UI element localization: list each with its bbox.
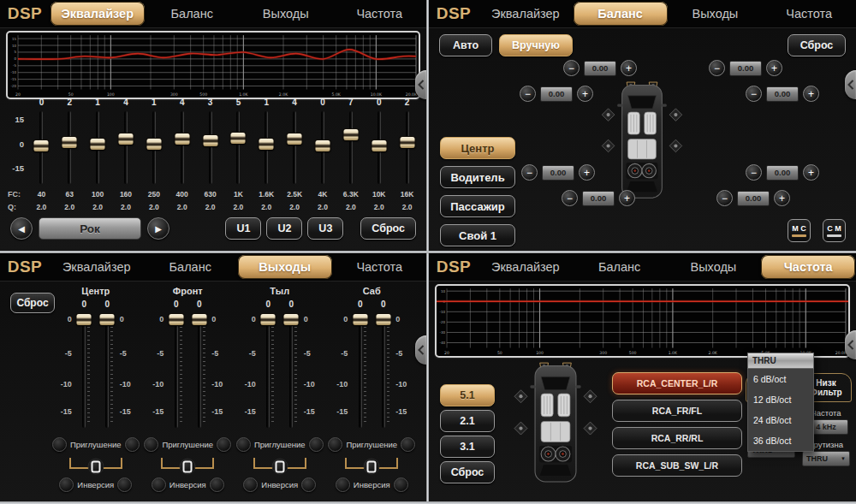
decrease-button[interactable]: −: [716, 190, 733, 206]
eq-memory-button[interactable]: U3: [307, 217, 343, 240]
crossover-reset-button[interactable]: Сброс: [440, 461, 495, 483]
channel-button[interactable]: 2.1: [440, 410, 495, 432]
decrease-button[interactable]: −: [521, 164, 538, 181]
slider-knob[interactable]: [203, 135, 217, 146]
mute-knob-right[interactable]: [309, 437, 324, 452]
tab-frequency[interactable]: Частота: [333, 0, 427, 27]
invert-knob-left[interactable]: [336, 477, 350, 492]
rca-channel-button[interactable]: RCA_RR/RL: [612, 427, 742, 449]
slider-knob[interactable]: [261, 314, 276, 325]
output-slider[interactable]: 0: [257, 299, 280, 430]
slope-option[interactable]: 6 dB/oct: [748, 369, 813, 389]
eq-band-slider[interactable]: [56, 109, 84, 187]
output-slider[interactable]: 0: [96, 299, 119, 430]
eq-band-slider[interactable]: [112, 109, 140, 187]
tab-equalizer[interactable]: Эквалайзер: [479, 0, 573, 27]
tab-frequency[interactable]: Частота: [762, 0, 856, 27]
tab-equalizer[interactable]: Эквалайзер: [479, 253, 573, 281]
eq-band-slider[interactable]: [393, 109, 421, 187]
slider-knob[interactable]: [62, 137, 77, 148]
slider-knob[interactable]: [315, 140, 330, 151]
increase-button[interactable]: +: [803, 164, 819, 181]
slider-knob[interactable]: [146, 139, 161, 150]
mute-knob-right[interactable]: [125, 437, 140, 452]
slider-knob[interactable]: [400, 137, 414, 148]
back-handle[interactable]: [845, 70, 856, 99]
link-channels-button[interactable]: [180, 459, 196, 475]
invert-knob-right[interactable]: [394, 477, 408, 492]
tab-frequency[interactable]: Частота: [761, 255, 855, 279]
slider-knob[interactable]: [77, 314, 92, 325]
slider-knob[interactable]: [353, 314, 367, 325]
back-handle[interactable]: [415, 335, 426, 365]
eq-band-slider[interactable]: [84, 109, 112, 187]
eq-band-slider[interactable]: [196, 109, 224, 187]
link-channels-button[interactable]: [364, 459, 380, 475]
link-channels-button[interactable]: [271, 459, 288, 475]
tab-outputs[interactable]: Выходы: [669, 0, 763, 27]
preset-prev-button[interactable]: ◀: [10, 217, 33, 240]
balance-reset-button[interactable]: Сброс: [788, 34, 846, 56]
tab-balance[interactable]: Баланс: [144, 253, 238, 281]
slider-knob[interactable]: [372, 140, 386, 151]
tab-equalizer[interactable]: Эквалайзер: [51, 2, 145, 26]
invert-knob-right[interactable]: [117, 477, 132, 492]
mute-knob-left[interactable]: [144, 437, 158, 452]
invert-knob-right[interactable]: [301, 477, 316, 492]
back-handle[interactable]: [845, 330, 856, 359]
eq-band-slider[interactable]: [140, 109, 168, 187]
slope-option[interactable]: 24 dB/oct: [748, 410, 813, 430]
eq-band-slider[interactable]: [168, 109, 196, 187]
tab-outputs[interactable]: Выходы: [667, 253, 761, 281]
eq-memory-button[interactable]: U2: [266, 217, 302, 240]
output-slider[interactable]: 0: [348, 299, 372, 430]
eq-reset-button[interactable]: Сброс: [360, 217, 416, 240]
mute-knob-left[interactable]: [328, 437, 342, 452]
slider-knob[interactable]: [175, 133, 189, 145]
auto-button[interactable]: Авто: [439, 34, 492, 56]
increase-button[interactable]: +: [621, 60, 637, 76]
decrease-button[interactable]: −: [709, 60, 725, 76]
slope-option[interactable]: 12 dB/oct: [748, 389, 813, 410]
slider-knob[interactable]: [288, 133, 302, 145]
rca-channel-button[interactable]: RCA_CENTER_L/R: [612, 372, 742, 394]
slider-knob[interactable]: [192, 314, 206, 325]
output-slider[interactable]: 0: [187, 299, 211, 430]
link-channels-button[interactable]: [87, 459, 104, 475]
invert-knob-right[interactable]: [210, 477, 224, 492]
tab-balance[interactable]: Баланс: [574, 2, 668, 26]
preset-next-button[interactable]: ▶: [147, 217, 169, 240]
slope-option[interactable]: 36 dB/oct: [748, 430, 813, 451]
tab-balance[interactable]: Баланс: [573, 253, 667, 281]
decrease-button[interactable]: −: [520, 86, 536, 102]
eq-memory-button[interactable]: U1: [225, 217, 261, 240]
tab-balance[interactable]: Баланс: [146, 0, 240, 27]
slider-knob[interactable]: [100, 314, 115, 325]
balance-preset-button[interactable]: Свой 1: [440, 224, 515, 246]
increase-button[interactable]: +: [619, 190, 635, 206]
tab-frequency[interactable]: Частота: [333, 253, 427, 281]
eq-band-slider[interactable]: [365, 109, 393, 187]
eq-band-slider[interactable]: [253, 109, 281, 187]
slider-knob[interactable]: [343, 129, 358, 140]
eq-band-slider[interactable]: [224, 109, 253, 187]
manual-button[interactable]: Вручную: [499, 34, 573, 56]
increase-button[interactable]: +: [579, 164, 595, 181]
slider-knob[interactable]: [91, 139, 105, 150]
decrease-button[interactable]: −: [746, 86, 762, 102]
decrease-button[interactable]: −: [563, 60, 580, 76]
back-handle[interactable]: [415, 70, 426, 99]
mute-knob-left[interactable]: [236, 437, 251, 452]
eq-band-slider[interactable]: [281, 109, 309, 187]
channel-button[interactable]: 3.1: [440, 436, 495, 458]
outputs-reset-button[interactable]: Сброс: [10, 293, 55, 313]
preset-display[interactable]: Рок: [39, 217, 141, 240]
mute-knob-right[interactable]: [217, 437, 231, 452]
eq-band-slider[interactable]: [27, 109, 56, 187]
unit-toggle-button[interactable]: C M: [823, 219, 846, 242]
invert-knob-left[interactable]: [243, 477, 258, 492]
eq-band-slider[interactable]: [309, 109, 337, 187]
output-slider[interactable]: 0: [164, 299, 187, 430]
channel-button[interactable]: 5.1: [440, 384, 495, 406]
unit-toggle-button[interactable]: M C: [788, 219, 811, 242]
